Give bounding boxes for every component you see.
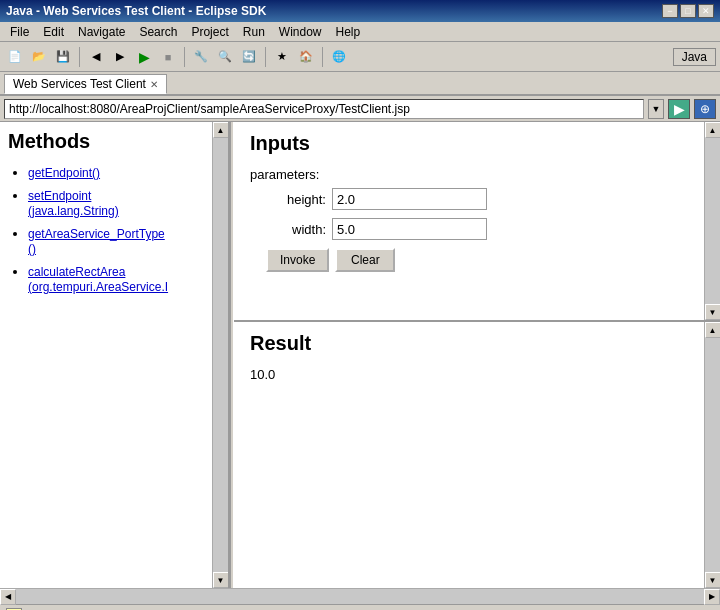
menu-search[interactable]: Search <box>133 24 183 40</box>
menu-file[interactable]: File <box>4 24 35 40</box>
vscroll-up-arrow[interactable]: ▲ <box>213 122 229 138</box>
toolbar-bookmark-btn[interactable]: ★ <box>271 46 293 68</box>
inputs-section: Inputs parameters: height: width: Invoke… <box>234 122 720 322</box>
toolbar-run-btn[interactable]: ▶ <box>133 46 155 68</box>
maximize-button[interactable]: □ <box>680 4 696 18</box>
close-button[interactable]: ✕ <box>698 4 714 18</box>
result-vscroll-track[interactable] <box>705 338 720 572</box>
hscroll-left-arrow[interactable]: ◀ <box>0 589 16 605</box>
result-vscroll[interactable]: ▲ ▼ <box>704 322 720 588</box>
toolbar-globe-btn[interactable]: 🌐 <box>328 46 350 68</box>
invoke-button[interactable]: Invoke <box>266 248 329 272</box>
width-input[interactable] <box>332 218 487 240</box>
toolbar-sep-3 <box>265 47 266 67</box>
inputs-vscroll-down[interactable]: ▼ <box>705 304 721 320</box>
inputs-vscroll-up[interactable]: ▲ <box>705 122 721 138</box>
inputs-vscroll[interactable]: ▲ ▼ <box>704 122 720 320</box>
result-title: Result <box>250 332 704 355</box>
address-dropdown-button[interactable]: ▼ <box>648 99 664 119</box>
perspective-label: Java <box>673 48 716 66</box>
toolbar-save-btn[interactable]: 💾 <box>52 46 74 68</box>
height-label: height: <box>266 192 326 207</box>
result-vscroll-up[interactable]: ▲ <box>705 322 721 338</box>
method-set-endpoint[interactable]: setEndpoint(java.lang.String) <box>28 189 119 218</box>
menu-run[interactable]: Run <box>237 24 271 40</box>
address-bookmark-button[interactable]: ⊕ <box>694 99 716 119</box>
left-panel: Methods getEndpoint() setEndpoint(java.l… <box>0 122 230 588</box>
right-panel: Inputs parameters: height: width: Invoke… <box>234 122 720 588</box>
toolbar-sep-2 <box>184 47 185 67</box>
buttons-row: Invoke Clear <box>250 248 704 272</box>
menu-project[interactable]: Project <box>185 24 234 40</box>
toolbar-new-btn[interactable]: 📄 <box>4 46 26 68</box>
list-item: getEndpoint() <box>28 165 220 180</box>
list-item: setEndpoint(java.lang.String) <box>28 188 220 218</box>
main-content: Methods getEndpoint() setEndpoint(java.l… <box>0 122 720 588</box>
method-calculate-rect-area[interactable]: calculateRectArea(org.tempuri.AreaServic… <box>28 265 168 294</box>
address-go-button[interactable]: ▶ <box>668 99 690 119</box>
menu-navigate[interactable]: Navigate <box>72 24 131 40</box>
method-get-area-service[interactable]: getAreaService_PortType() <box>28 227 165 256</box>
vscroll-track[interactable] <box>213 138 228 572</box>
title-bar: Java - Web Services Test Client - Eclips… <box>0 0 720 22</box>
toolbar-refresh-btn[interactable]: 🔄 <box>238 46 260 68</box>
menu-help[interactable]: Help <box>330 24 367 40</box>
tab-web-services-test-client[interactable]: Web Services Test Client ✕ <box>4 74 167 94</box>
width-label: width: <box>266 222 326 237</box>
minimize-button[interactable]: − <box>662 4 678 18</box>
toolbar-stop-btn[interactable]: ■ <box>157 46 179 68</box>
toolbar: 📄 📂 💾 ◀ ▶ ▶ ■ 🔧 🔍 🔄 ★ 🏠 🌐 Java <box>0 42 720 72</box>
address-input[interactable] <box>4 99 644 119</box>
address-bar: ▼ ▶ ⊕ <box>0 96 720 122</box>
clear-button[interactable]: Clear <box>335 248 395 272</box>
toolbar-back-btn[interactable]: ◀ <box>85 46 107 68</box>
result-value: 10.0 <box>250 367 704 382</box>
width-row: width: <box>250 218 704 240</box>
height-row: height: <box>250 188 704 210</box>
tab-strip: Web Services Test Client ✕ <box>0 72 720 96</box>
height-input[interactable] <box>332 188 487 210</box>
title-bar-buttons: − □ ✕ <box>662 4 714 18</box>
methods-list: getEndpoint() setEndpoint(java.lang.Stri… <box>8 165 220 294</box>
toolbar-sep-1 <box>79 47 80 67</box>
tab-close-icon[interactable]: ✕ <box>150 79 158 90</box>
inputs-title: Inputs <box>250 132 704 155</box>
methods-title: Methods <box>8 130 220 153</box>
hscroll-right-arrow[interactable]: ▶ <box>704 589 720 605</box>
result-vscroll-down[interactable]: ▼ <box>705 572 721 588</box>
tab-label: Web Services Test Client <box>13 77 146 91</box>
left-panel-vscroll[interactable]: ▲ ▼ <box>212 122 228 588</box>
toolbar-search-btn[interactable]: 🔍 <box>214 46 236 68</box>
title-bar-text: Java - Web Services Test Client - Eclips… <box>6 4 266 18</box>
toolbar-forward-btn[interactable]: ▶ <box>109 46 131 68</box>
params-label: parameters: <box>250 167 704 182</box>
vscroll-down-arrow[interactable]: ▼ <box>213 572 229 588</box>
method-get-endpoint[interactable]: getEndpoint() <box>28 166 100 180</box>
perspective-area: Java <box>673 48 716 66</box>
toolbar-sep-4 <box>322 47 323 67</box>
toolbar-debug-btn[interactable]: 🔧 <box>190 46 212 68</box>
inputs-vscroll-track[interactable] <box>705 138 720 304</box>
menu-bar: File Edit Navigate Search Project Run Wi… <box>0 22 720 42</box>
toolbar-home-btn[interactable]: 🏠 <box>295 46 317 68</box>
result-section: Result 10.0 ▲ ▼ <box>234 322 720 588</box>
hscroll-track[interactable] <box>16 589 704 604</box>
menu-window[interactable]: Window <box>273 24 328 40</box>
list-item: calculateRectArea(org.tempuri.AreaServic… <box>28 264 220 294</box>
toolbar-open-btn[interactable]: 📂 <box>28 46 50 68</box>
status-bar: ☀ Done <box>0 604 720 610</box>
menu-edit[interactable]: Edit <box>37 24 70 40</box>
list-item: getAreaService_PortType() <box>28 226 220 256</box>
hscroll-bar: ◀ ▶ <box>0 588 720 604</box>
